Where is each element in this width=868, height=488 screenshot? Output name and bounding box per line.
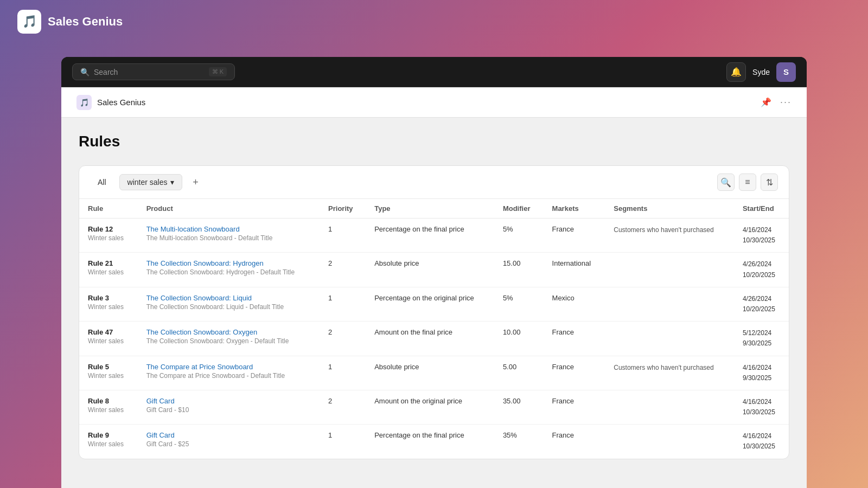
table-row: Rule 47 Winter sales The Collection Snow… bbox=[79, 322, 789, 356]
app-window: 🔍 Search ⌘ K 🔔 Syde S 🎵 Sales Genius 📌 ·… bbox=[61, 57, 807, 488]
cell-product-6: Gift Card Gift Card - $25 bbox=[138, 425, 320, 459]
cell-segments-3 bbox=[605, 322, 734, 356]
rule-name: Rule 3 bbox=[88, 294, 129, 302]
cell-product-2: The Collection Snowboard: Liquid The Col… bbox=[138, 287, 320, 321]
sub-header-title: Sales Genius bbox=[97, 98, 145, 107]
date-range: 4/26/202410/20/2025 bbox=[743, 259, 780, 280]
col-markets: Markets bbox=[544, 199, 605, 219]
cell-rule-1: Rule 21 Winter sales bbox=[79, 253, 138, 287]
search-bar[interactable]: 🔍 Search ⌘ K bbox=[72, 63, 235, 80]
cell-segments-0: Customers who haven't purchased bbox=[605, 219, 734, 253]
col-product: Product bbox=[138, 199, 320, 219]
table-row: Rule 5 Winter sales The Compare at Price… bbox=[79, 356, 789, 390]
tab-all[interactable]: All bbox=[90, 175, 114, 190]
winter-sales-label: winter sales bbox=[127, 178, 168, 187]
filter-button[interactable]: ≡ bbox=[739, 174, 756, 191]
cell-modifier-4: 5.00 bbox=[494, 356, 544, 390]
table-row: Rule 3 Winter sales The Collection Snowb… bbox=[79, 287, 789, 321]
cell-priority-6: 1 bbox=[320, 425, 366, 459]
col-start-end: Start/End bbox=[734, 199, 789, 219]
cell-markets-2: Mexico bbox=[544, 287, 605, 321]
cell-type-5: Amount on the original price bbox=[366, 390, 494, 424]
cell-priority-3: 2 bbox=[320, 322, 366, 356]
cell-segments-5 bbox=[605, 390, 734, 424]
product-link[interactable]: The Collection Snowboard: Liquid bbox=[146, 294, 252, 302]
rules-table: Rule Product Priority Type Modifier Mark… bbox=[79, 199, 789, 459]
pin-icon[interactable]: 📌 bbox=[761, 97, 771, 107]
product-link[interactable]: The Compare at Price Snowboard bbox=[146, 363, 253, 371]
filter-left: All winter sales ▾ + bbox=[90, 174, 203, 190]
cell-rule-6: Rule 9 Winter sales bbox=[79, 425, 138, 459]
rule-name: Rule 47 bbox=[88, 328, 129, 336]
filter-bar: All winter sales ▾ + 🔍 ≡ bbox=[79, 166, 789, 199]
cell-type-6: Percentage on the final price bbox=[366, 425, 494, 459]
cell-rule-2: Rule 3 Winter sales bbox=[79, 287, 138, 321]
product-link[interactable]: Gift Card bbox=[146, 397, 175, 405]
cell-markets-0: France bbox=[544, 219, 605, 253]
sort-button[interactable]: ⇅ bbox=[761, 174, 778, 191]
search-filter-button[interactable]: 🔍 bbox=[717, 174, 735, 191]
cell-modifier-6: 35% bbox=[494, 425, 544, 459]
rule-sub: Winter sales bbox=[88, 268, 129, 276]
search-icon: 🔍 bbox=[80, 68, 90, 76]
cell-priority-5: 2 bbox=[320, 390, 366, 424]
cell-modifier-0: 5% bbox=[494, 219, 544, 253]
cell-dates-2: 4/26/202410/20/2025 bbox=[734, 287, 789, 321]
date-range: 4/16/202410/30/2025 bbox=[743, 225, 780, 246]
top-bar: 🎵 Sales Genius bbox=[0, 0, 868, 43]
cell-markets-4: France bbox=[544, 356, 605, 390]
cell-rule-3: Rule 47 Winter sales bbox=[79, 322, 138, 356]
table-row: Rule 21 Winter sales The Collection Snow… bbox=[79, 253, 789, 287]
rule-sub: Winter sales bbox=[88, 234, 129, 242]
tab-winter-sales[interactable]: winter sales ▾ bbox=[119, 174, 183, 190]
product-sub: The Collection Snowboard: Oxygen - Defau… bbox=[146, 337, 311, 345]
rule-sub: Winter sales bbox=[88, 372, 129, 380]
cell-type-3: Amount on the final price bbox=[366, 322, 494, 356]
table-row: Rule 9 Winter sales Gift Card Gift Card … bbox=[79, 425, 789, 459]
product-sub: The Collection Snowboard: Hydrogen - Def… bbox=[146, 268, 311, 276]
cell-segments-4: Customers who haven't purchased bbox=[605, 356, 734, 390]
cell-dates-3: 5/12/20249/30/2025 bbox=[734, 322, 789, 356]
product-sub: Gift Card - $10 bbox=[146, 406, 311, 414]
sub-header-left: 🎵 Sales Genius bbox=[76, 95, 145, 110]
cell-type-2: Percentage on the original price bbox=[366, 287, 494, 321]
cell-dates-4: 4/16/20249/30/2025 bbox=[734, 356, 789, 390]
cell-segments-2 bbox=[605, 287, 734, 321]
cell-priority-4: 1 bbox=[320, 356, 366, 390]
app-nav: 🔍 Search ⌘ K 🔔 Syde S bbox=[61, 57, 807, 87]
add-tab-button[interactable]: + bbox=[188, 175, 203, 190]
search-icon: 🔍 bbox=[720, 177, 731, 188]
user-name: Syde bbox=[752, 68, 770, 76]
date-range: 4/16/20249/30/2025 bbox=[743, 363, 780, 383]
bell-button[interactable]: 🔔 bbox=[726, 62, 746, 82]
avatar[interactable]: S bbox=[776, 62, 796, 82]
app-content: 🎵 Sales Genius 📌 ··· Rules All winter sa… bbox=[61, 87, 807, 488]
cell-markets-6: France bbox=[544, 425, 605, 459]
product-link[interactable]: The Multi-location Snowboard bbox=[146, 225, 240, 233]
rule-sub: Winter sales bbox=[88, 406, 129, 414]
cell-modifier-2: 5% bbox=[494, 287, 544, 321]
product-link[interactable]: Gift Card bbox=[146, 431, 175, 439]
product-link[interactable]: The Collection Snowboard: Oxygen bbox=[146, 328, 258, 336]
filter-right: 🔍 ≡ ⇅ bbox=[717, 174, 778, 191]
rule-name: Rule 12 bbox=[88, 225, 129, 233]
cell-rule-0: Rule 12 Winter sales bbox=[79, 219, 138, 253]
product-link[interactable]: The Collection Snowboard: Hydrogen bbox=[146, 259, 264, 267]
rule-name: Rule 21 bbox=[88, 259, 129, 267]
date-range: 4/16/202410/30/2025 bbox=[743, 397, 780, 418]
cell-modifier-5: 35.00 bbox=[494, 390, 544, 424]
col-priority: Priority bbox=[320, 199, 366, 219]
cell-rule-4: Rule 5 Winter sales bbox=[79, 356, 138, 390]
sort-icon: ⇅ bbox=[766, 177, 773, 188]
search-placeholder: Search bbox=[94, 68, 118, 76]
col-segments: Segments bbox=[605, 199, 734, 219]
sub-logo-icon: 🎵 bbox=[76, 95, 92, 110]
table-card: All winter sales ▾ + 🔍 ≡ bbox=[79, 165, 789, 459]
more-icon[interactable]: ··· bbox=[780, 97, 792, 108]
cell-segments-1 bbox=[605, 253, 734, 287]
cell-dates-5: 4/16/202410/30/2025 bbox=[734, 390, 789, 424]
app-logo-icon: 🎵 bbox=[17, 10, 41, 34]
cell-markets-5: France bbox=[544, 390, 605, 424]
cell-markets-3: France bbox=[544, 322, 605, 356]
top-bar-logo: 🎵 Sales Genius bbox=[17, 10, 123, 34]
